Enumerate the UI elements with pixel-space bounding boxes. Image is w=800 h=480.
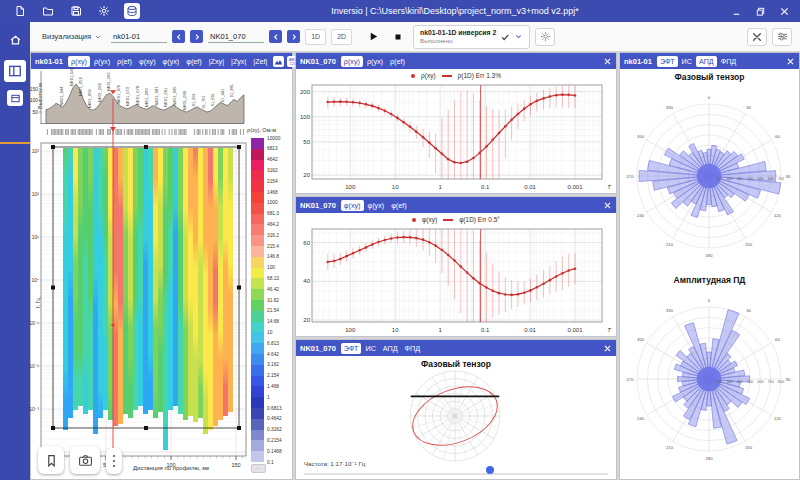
points-legend-label: ρ(xy) — [421, 72, 436, 79]
tab-ЭФТ[interactable]: ЭФТ — [341, 343, 362, 354]
run-button[interactable] — [363, 29, 383, 45]
settings-icon[interactable] — [96, 3, 112, 19]
tab-φ(xy)[interactable]: φ(xy) — [341, 200, 364, 211]
new-file-icon[interactable] — [12, 3, 28, 19]
points-legend-label: φ(xy) — [422, 216, 437, 223]
tab-|Zxy|[interactable]: |Zxy| — [206, 56, 227, 67]
svg-text:30: 30 — [746, 105, 751, 110]
rho-curve-panel: NK01_070 ρ(xy)ρ(yx)ρ(ef) ρ(xy) ρ(1D) Err… — [295, 52, 617, 194]
station-prev-button[interactable] — [269, 30, 282, 43]
tab-ρ(ef)[interactable]: ρ(ef) — [387, 56, 408, 67]
tab-ИС[interactable]: ИС — [362, 343, 378, 354]
bookmark-button[interactable] — [38, 446, 64, 474]
svg-text:200: 200 — [727, 177, 733, 181]
inversion-settings-button[interactable] — [535, 28, 555, 46]
home-icon[interactable] — [6, 30, 24, 48]
profile-prev-button[interactable] — [172, 30, 185, 43]
panels-icon[interactable] — [4, 60, 26, 82]
sidebar — [0, 22, 30, 480]
tab-φ(xy)[interactable]: φ(xy) — [136, 56, 159, 67]
colorscale-tick: 0.4642 — [267, 416, 282, 421]
tab-АПД[interactable]: АПД — [380, 343, 401, 354]
svg-text:NK01_048P: NK01_048P — [69, 67, 74, 86]
phase-chart[interactable]: 1001010.10.010.001T604020 — [296, 226, 614, 334]
colorscale-block — [251, 235, 264, 246]
tab-φ(yx)[interactable]: φ(yx) — [365, 200, 388, 211]
colorscale-block — [251, 289, 264, 300]
close-icon[interactable] — [603, 57, 612, 66]
frequency-slider-handle[interactable] — [486, 466, 494, 474]
svg-text:10: 10 — [392, 327, 399, 333]
close-icon[interactable] — [786, 57, 795, 66]
tab-ФПД[interactable]: ФПД — [718, 56, 740, 67]
minimize-icon[interactable] — [726, 2, 746, 20]
svg-text:400: 400 — [747, 177, 753, 181]
tab-ИС[interactable]: ИС — [679, 56, 695, 67]
snapshot-button[interactable] — [70, 446, 100, 474]
svg-text:400: 400 — [737, 380, 743, 384]
tab-|Zef|[interactable]: |Zef| — [250, 56, 270, 67]
svg-text:100: 100 — [300, 114, 311, 120]
tab-ФПД[interactable]: ФПД — [402, 343, 424, 354]
stop-button[interactable] — [388, 29, 408, 45]
save-icon[interactable] — [68, 3, 84, 19]
close-icon[interactable] — [603, 344, 612, 353]
colorscale-block — [251, 257, 264, 268]
profile-next-button[interactable] — [190, 30, 203, 43]
station-input[interactable] — [208, 31, 264, 43]
tab-ρ(yx)[interactable]: ρ(yx) — [364, 56, 386, 67]
data-stack-icon[interactable] — [124, 3, 140, 19]
svg-text:500: 500 — [757, 177, 763, 181]
rho-chart[interactable]: 1001010.10.010.001T2001005020 — [296, 82, 614, 191]
more-options-button[interactable] — [106, 448, 122, 474]
svg-text:0.01: 0.01 — [524, 184, 536, 190]
svg-text:90: 90 — [786, 174, 791, 179]
tab-φ(ef)[interactable]: φ(ef) — [388, 200, 409, 211]
tab-АПД[interactable]: АПД — [696, 56, 717, 67]
svg-text:1: 1 — [438, 327, 442, 333]
tab-|Zyx|[interactable]: |Zyx| — [228, 56, 249, 67]
svg-text:1: 1 — [438, 184, 442, 190]
chevron-down-icon[interactable] — [514, 32, 523, 41]
mode-2d-button[interactable]: 2D — [331, 29, 352, 45]
restore-icon[interactable] — [750, 2, 770, 20]
phase-panel-header: NK01_070 φ(xy)φ(yx)φ(ef) — [296, 197, 616, 213]
svg-text:0.1: 0.1 — [481, 327, 490, 333]
profile-input[interactable] — [111, 31, 167, 43]
titlebar: Inversio | C:\Users\kiril\Desktop\projec… — [0, 0, 800, 22]
tab-ЭФТ[interactable]: ЭФТ — [657, 56, 678, 67]
tab-ρ(xy)[interactable]: ρ(xy) — [341, 56, 363, 67]
colorscale-block — [251, 278, 264, 289]
tab-ρ(yx)[interactable]: ρ(yx) — [91, 56, 113, 67]
mode-1d-button[interactable]: 1D — [305, 29, 326, 45]
open-folder-icon[interactable] — [40, 3, 56, 19]
colorscale-more-button[interactable]: ⋯ — [251, 464, 266, 473]
tools-button[interactable] — [747, 28, 767, 46]
colorscale-tick: 3162 — [267, 168, 278, 173]
panel-title: NK01_070 — [300, 344, 336, 353]
svg-text:800: 800 — [778, 380, 784, 384]
close-icon[interactable] — [774, 2, 794, 20]
frequency-slider[interactable] — [304, 473, 608, 475]
tab-ρ(ef)[interactable]: ρ(ef) — [114, 56, 135, 67]
colorscale-tick: 1.468 — [267, 384, 279, 389]
svg-text:300: 300 — [737, 177, 743, 181]
tab-φ(ef)[interactable]: φ(ef) — [183, 56, 204, 67]
tab-φ(yx)[interactable]: φ(yx) — [160, 56, 183, 67]
relief-toggle-icon[interactable] — [273, 56, 284, 67]
svg-text:240: 240 — [637, 416, 645, 421]
rose-panel-header: nk01-01 ЭФТИСАПДФПД — [620, 53, 799, 69]
station-next-button[interactable] — [287, 30, 300, 43]
view-mode-label: Визуализация — [42, 32, 91, 41]
mini-panel-icon[interactable] — [7, 90, 23, 106]
colorscale-block — [251, 192, 264, 203]
layout-settings-button[interactable] — [772, 28, 792, 46]
svg-text:0.001: 0.001 — [568, 327, 584, 333]
colorscale-tick: 31.62 — [267, 298, 279, 303]
panel-title: nk01-01 — [624, 57, 652, 66]
close-icon[interactable] — [603, 201, 612, 210]
tab-ρ(xy)[interactable]: ρ(xy) — [68, 56, 90, 67]
inversion-status-card[interactable]: nk01-01-1D инверсия 2 Выполнено — [413, 25, 530, 49]
selection-cursor-overlay[interactable] — [29, 91, 251, 468]
view-mode-select[interactable]: Визуализация — [38, 30, 106, 43]
